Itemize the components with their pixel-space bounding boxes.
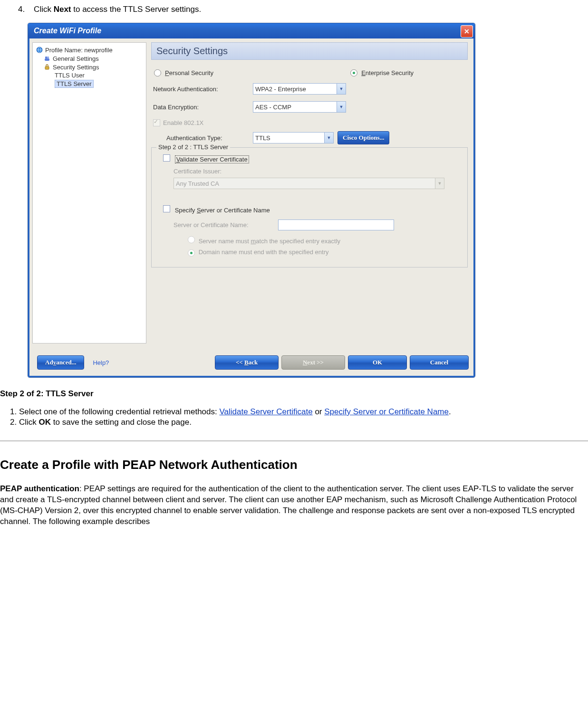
step-text-suffix: to access the TTLS Server settings. bbox=[71, 5, 202, 14]
checkbox-validate-cert[interactable] bbox=[163, 154, 170, 162]
dropdown-auth-type[interactable]: TTLS ▼ bbox=[253, 132, 334, 143]
para-text: : PEAP settings are required for the aut… bbox=[0, 484, 577, 526]
help-link[interactable]: Help? bbox=[93, 359, 109, 366]
input-server-cert-name[interactable] bbox=[278, 219, 394, 230]
button-label: OK bbox=[373, 359, 382, 366]
ok-button[interactable]: OK bbox=[348, 355, 407, 370]
label-network-auth: Network Authentication: bbox=[151, 86, 253, 93]
radio-domain-end bbox=[188, 249, 195, 257]
checkbox-specify-server[interactable] bbox=[163, 205, 170, 212]
dropdown-value: WPA2 - Enterprise bbox=[255, 86, 306, 93]
li-text: . bbox=[449, 407, 451, 416]
wifi-profile-dialog: Create WiFi Profile ✕ Profile Name: newp… bbox=[28, 23, 475, 378]
svg-rect-5 bbox=[45, 58, 49, 61]
dropdown-data-encryption[interactable]: AES - CCMP ▼ bbox=[253, 101, 346, 113]
tree-ttls-user[interactable]: TTLS User bbox=[35, 71, 144, 79]
chevron-down-icon: ▼ bbox=[337, 102, 346, 112]
svg-point-3 bbox=[45, 57, 47, 58]
instruction-step-4: 4. Click Next to access the TTLS Server … bbox=[18, 5, 588, 14]
cancel-button[interactable]: Cancel bbox=[410, 355, 469, 370]
button-label: Next >> bbox=[303, 359, 324, 366]
dialog-button-bar: Advanced... Help? << Back Next >> OK Can… bbox=[29, 349, 473, 376]
button-label: Advanced... bbox=[45, 359, 76, 366]
tree-label: TTLS Server bbox=[55, 80, 94, 88]
li-bold: OK bbox=[39, 418, 51, 427]
back-button[interactable]: << Back bbox=[215, 355, 279, 370]
groupbox-legend: Step 2 of 2 : TTLS Server bbox=[156, 143, 230, 151]
tree-profile-name[interactable]: Profile Name: newprofile bbox=[35, 46, 144, 54]
button-label: Cisco Options... bbox=[343, 134, 384, 142]
tree-general-settings[interactable]: General Settings bbox=[35, 54, 144, 63]
settings-panel: Security Settings Personal Security Ente… bbox=[149, 38, 473, 376]
step-number: 4. bbox=[18, 5, 25, 14]
radio-enterprise-security[interactable] bbox=[350, 69, 357, 76]
dropdown-value: TTLS bbox=[255, 134, 270, 142]
link-validate-cert[interactable]: Validate Server Certificate bbox=[219, 407, 312, 416]
label-auth-type: Authentication Type: bbox=[164, 134, 253, 142]
label-domain-end: Domain name must end with the specified … bbox=[199, 248, 329, 256]
list-item: Click OK to save the setting and close t… bbox=[19, 418, 588, 427]
svg-point-4 bbox=[47, 57, 49, 58]
list-item: Select one of the following credential r… bbox=[19, 407, 588, 417]
dropdown-cert-issuer: Any Trusted CA ▼ bbox=[174, 178, 444, 189]
radio-personal-security[interactable] bbox=[154, 69, 161, 76]
tree-label: Profile Name: newprofile bbox=[45, 47, 113, 54]
users-icon bbox=[43, 55, 51, 62]
peap-heading: Create a Profile with PEAP Network Authe… bbox=[0, 458, 588, 472]
label-specify-server: Specify Server or Certificate Name bbox=[175, 207, 270, 214]
label-data-encryption: Data Encryption: bbox=[151, 104, 253, 111]
titlebar[interactable]: Create WiFi Profile ✕ bbox=[28, 23, 475, 38]
label-personal-security: Personal Security bbox=[165, 69, 213, 76]
label-match-exactly: Server name must match the specified ent… bbox=[199, 238, 340, 245]
dropdown-value: AES - CCMP bbox=[255, 104, 291, 111]
tree-security-settings[interactable]: Security Settings bbox=[35, 63, 144, 71]
label-cert-issuer: Certificate Issuer: bbox=[163, 168, 462, 175]
li-text: Click bbox=[19, 418, 39, 427]
radio-match-exactly bbox=[188, 236, 195, 243]
close-button[interactable]: ✕ bbox=[461, 25, 473, 38]
profile-tree: Profile Name: newprofile General Setting… bbox=[32, 42, 146, 343]
li-text: to save the setting and close the page. bbox=[51, 418, 192, 427]
li-text: Select one of the following credential r… bbox=[19, 407, 219, 416]
para-bold: PEAP authentication bbox=[0, 484, 79, 493]
panel-header: Security Settings bbox=[151, 42, 468, 60]
label-server-cert-name: Server or Certificate Name: bbox=[174, 221, 278, 229]
tree-label: General Settings bbox=[53, 55, 99, 62]
label-enterprise-security: Enterprise Security bbox=[361, 69, 414, 76]
cisco-options-button[interactable]: Cisco Options... bbox=[337, 131, 389, 144]
tree-label: TTLS User bbox=[55, 72, 85, 79]
window-title: Create WiFi Profile bbox=[30, 27, 101, 35]
globe-icon bbox=[36, 46, 43, 54]
lock-icon bbox=[43, 63, 51, 71]
button-label: Cancel bbox=[430, 359, 448, 366]
tree-ttls-server[interactable]: TTLS Server bbox=[35, 79, 144, 88]
link-specify-server[interactable]: Specify Server or Certificate Name bbox=[324, 407, 449, 416]
peap-paragraph: PEAP authentication: PEAP settings are r… bbox=[0, 484, 588, 527]
close-icon: ✕ bbox=[464, 28, 470, 35]
step-text-prefix: Click bbox=[34, 5, 54, 14]
li-text: or bbox=[313, 407, 325, 416]
label-enable-8021x: Enable 802.1X bbox=[163, 119, 203, 126]
button-label: << Back bbox=[236, 359, 258, 366]
step-2-header: Step 2 of 2: TTLS Server bbox=[0, 389, 588, 399]
checkbox-enable-8021x bbox=[153, 119, 160, 126]
label-validate-cert: Validate Server Certificate bbox=[175, 155, 249, 163]
chevron-down-icon: ▼ bbox=[337, 84, 346, 94]
step-2-list: Select one of the following credential r… bbox=[0, 407, 588, 427]
next-button: Next >> bbox=[281, 355, 345, 370]
step-text-bold: Next bbox=[54, 5, 71, 14]
divider bbox=[0, 440, 588, 441]
dropdown-network-auth[interactable]: WPA2 - Enterprise ▼ bbox=[253, 83, 346, 95]
tree-label: Security Settings bbox=[53, 64, 99, 71]
ttls-server-groupbox: Step 2 of 2 : TTLS Server Validate Serve… bbox=[151, 147, 468, 267]
dropdown-value: Any Trusted CA bbox=[176, 180, 219, 187]
advanced-button[interactable]: Advanced... bbox=[37, 355, 84, 370]
chevron-down-icon: ▼ bbox=[324, 133, 333, 143]
svg-rect-6 bbox=[45, 67, 49, 69]
chevron-down-icon: ▼ bbox=[435, 178, 444, 189]
